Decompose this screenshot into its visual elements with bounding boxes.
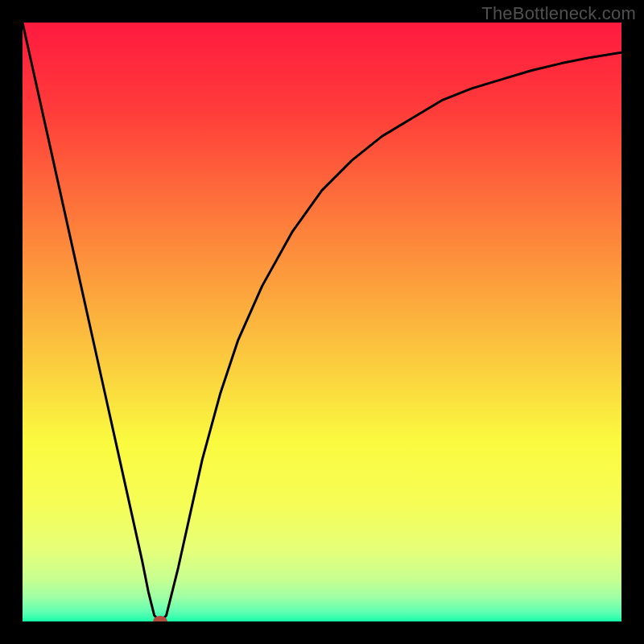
bottleneck-curve: [23, 23, 621, 621]
minimum-marker: [153, 616, 167, 621]
watermark-text: TheBottleneck.com: [481, 3, 636, 24]
chart-frame: TheBottleneck.com: [0, 0, 644, 644]
plot-area: [23, 23, 621, 621]
